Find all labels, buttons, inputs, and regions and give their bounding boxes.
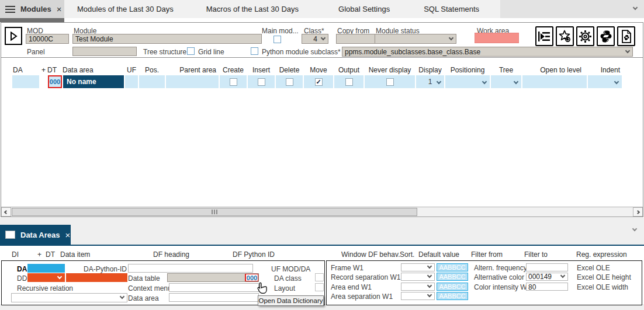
area-separation-w1-color-field[interactable]: AABBCC <box>437 292 468 300</box>
data-area-input[interactable] <box>169 293 259 302</box>
frame-w1-select[interactable] <box>401 263 435 271</box>
bcol-df-python-id: DF Python ID <box>233 250 275 259</box>
tab-macros-last-30-days[interactable]: Macros of the Last 30 Days <box>206 0 299 18</box>
bcol-dt: DT <box>46 250 55 259</box>
altern-frequency-input[interactable] <box>526 263 568 271</box>
tab-bar-filler <box>500 0 644 18</box>
python-subclass-select[interactable]: ppms.module_subclasses.base_class.Base <box>342 47 633 57</box>
scroll-right-button[interactable] <box>633 207 643 217</box>
da-label: DA <box>17 265 27 273</box>
star-gear-button[interactable] <box>556 26 574 46</box>
insert-checkbox[interactable] <box>258 78 265 86</box>
area-end-w1-select[interactable] <box>401 283 435 291</box>
hand-cursor-icon <box>257 282 268 297</box>
alternative-color-label: Alternative color ... <box>474 273 532 281</box>
tab-modules[interactable]: Modules × <box>0 0 64 18</box>
data-area-label: Data area <box>128 294 159 302</box>
delete-checkbox[interactable] <box>286 78 293 86</box>
module-status-select[interactable] <box>375 34 456 44</box>
data-area-table-header: DA + DT Data area UF Pos. Parent area Cr… <box>1 65 643 75</box>
module-name-input[interactable]: Test Module <box>72 34 262 44</box>
scrollbar-thumb[interactable] <box>12 208 417 216</box>
close-icon[interactable]: × <box>57 4 62 14</box>
positioning-select[interactable] <box>445 75 490 88</box>
display-select[interactable]: 1 <box>416 75 444 88</box>
col-dt: DT <box>47 65 63 75</box>
python-file-button[interactable] <box>617 26 635 46</box>
data-dictionary-badge[interactable]: 000 <box>245 273 259 282</box>
layout-field[interactable] <box>315 283 324 291</box>
data-table-input[interactable]: 000 <box>167 273 259 282</box>
scroll-left-button[interactable] <box>1 207 11 217</box>
record-separation-w1-label: Record separation W1 <box>331 273 400 281</box>
cell-uf[interactable] <box>125 75 138 88</box>
tab-modules-last-30-days[interactable]: Modules of the Last 30 Days <box>77 0 174 18</box>
data-area-table-row[interactable]: 000 No name ✓ 1 <box>1 75 643 89</box>
class-select[interactable]: 4 <box>302 34 328 44</box>
move-checkbox[interactable]: ✓ <box>315 78 323 86</box>
tree-select[interactable] <box>491 75 521 88</box>
record-separation-w1-color-field[interactable]: AABBCC <box>437 273 468 281</box>
alternative-color-select[interactable]: 000149 <box>526 273 568 281</box>
data-areas-panel: DI + DT Data item DF heading DF Python I… <box>0 245 644 304</box>
menu-icon[interactable] <box>5 6 15 13</box>
work-area-field[interactable] <box>475 33 519 43</box>
col-uf: UF <box>124 65 139 75</box>
outline-run-button[interactable] <box>535 26 553 46</box>
cell-data-area-name[interactable]: No name <box>63 75 124 88</box>
copy-from-input[interactable] <box>336 34 380 44</box>
python-subclass-checkbox[interactable] <box>251 47 258 55</box>
python-icon <box>600 30 612 43</box>
color-intensity-w1-input[interactable]: 80 <box>526 283 568 291</box>
da-class-field[interactable] <box>315 273 324 281</box>
col-plus[interactable]: + <box>40 65 47 75</box>
ddi-select[interactable] <box>27 273 65 282</box>
frame-w1-color-field[interactable]: AABBCC <box>437 263 468 271</box>
output-checkbox[interactable] <box>345 78 353 86</box>
menu-icon[interactable] <box>5 231 15 239</box>
open-to-level-cell[interactable] <box>522 75 587 88</box>
create-checkbox[interactable] <box>230 78 237 86</box>
da-color-field[interactable] <box>27 264 65 273</box>
bcol-reg-expression: Reg. expression <box>576 250 627 259</box>
frame-w1-label: Frame W1 <box>331 264 363 272</box>
recursive-relation-select[interactable] <box>11 293 127 302</box>
never-display-checkbox[interactable] <box>386 78 394 86</box>
python-button[interactable] <box>597 26 615 46</box>
form-row-frame-w1: Frame W1 AABBCC Altern. frequency Excel … <box>327 263 642 272</box>
bcol-sort: Sort. <box>400 250 414 259</box>
cell-da[interactable] <box>12 75 39 88</box>
main-mod-label: Main mod... <box>262 27 299 35</box>
indent-select[interactable] <box>588 75 622 88</box>
cell-dt-highlighted[interactable]: 000 <box>48 75 62 88</box>
grid-line-checkbox[interactable] <box>187 47 195 55</box>
horizontal-scrollbar[interactable] <box>1 207 643 217</box>
tab-sql-statements[interactable]: SQL Statements <box>424 0 479 18</box>
record-separation-w1-select[interactable] <box>401 273 435 281</box>
area-end-w1-color-field[interactable]: AABBCC <box>437 283 468 291</box>
panel-label: Panel <box>27 48 45 56</box>
mod-input[interactable]: 10000C <box>26 34 69 44</box>
modules-panel: MOD 10000C Module Test Module Main mod..… <box>1 22 643 217</box>
outline-run-icon <box>538 31 550 42</box>
col-insert: Insert <box>247 65 275 75</box>
close-icon[interactable]: × <box>65 230 70 240</box>
area-end-w1-label: Area end W1 <box>331 283 372 291</box>
col-tree: Tree <box>490 65 522 75</box>
cell-parent-area[interactable] <box>166 75 219 88</box>
bcol-plus[interactable]: + <box>37 250 41 259</box>
run-module-button[interactable] <box>5 27 22 45</box>
panel-input[interactable] <box>72 47 137 56</box>
main-mod-checkbox[interactable] <box>273 36 281 43</box>
context-menu-input[interactable] <box>169 283 259 292</box>
col-indent: Indent <box>587 65 622 75</box>
cell-pos[interactable] <box>139 75 165 88</box>
form-row-area-end-w1: Area end W1 AABBCC Color intensity W1 80… <box>327 283 642 291</box>
settings-button[interactable] <box>576 26 594 46</box>
python-subclass-label: Python module subclass* <box>262 48 341 56</box>
ddi-value-field[interactable] <box>66 273 127 282</box>
area-separation-w1-select[interactable] <box>401 292 435 300</box>
tab-global-settings[interactable]: Global Settings <box>338 0 390 18</box>
da-python-id-input[interactable] <box>128 264 253 273</box>
tab-data-areas[interactable]: Data Areas × <box>0 225 71 245</box>
